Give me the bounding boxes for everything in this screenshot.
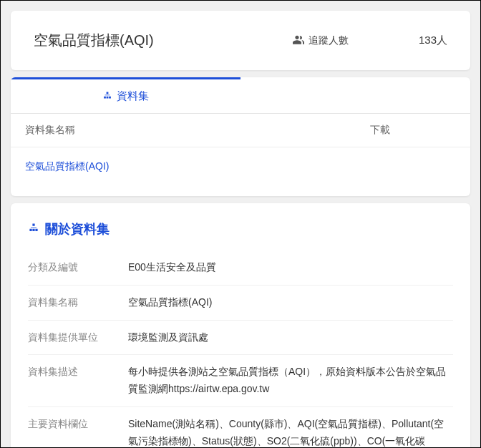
meta-row: 分類及編號 E00生活安全及品質 — [28, 250, 453, 286]
tab-header: 資料集 — [11, 77, 470, 114]
meta-label: 主要資料欄位 — [28, 416, 128, 448]
table-header: 資料集名稱 下載 — [11, 114, 470, 147]
meta-label: 資料集名稱 — [28, 294, 128, 311]
about-title: 關於資料集 — [45, 220, 110, 238]
people-icon — [293, 34, 304, 47]
meta-row: 資料集描述 每小時提供各測站之空氣品質指標（AQI），原始資料版本公告於空氣品質… — [28, 355, 453, 407]
meta-label: 資料集提供單位 — [28, 329, 128, 346]
sitemap-icon — [102, 90, 112, 102]
meta-value: 環境監測及資訊處 — [128, 329, 453, 346]
meta-row: 資料集提供單位 環境監測及資訊處 — [28, 321, 453, 356]
followers-block: 追蹤人數 133人 — [293, 34, 447, 47]
meta-label: 分類及編號 — [28, 259, 128, 276]
meta-label: 資料集描述 — [28, 364, 128, 398]
col-name-header: 資料集名稱 — [25, 124, 370, 137]
page-title: 空氣品質指標(AQI) — [34, 31, 154, 50]
meta-row: 資料集名稱 空氣品質指標(AQI) — [28, 286, 453, 321]
meta-value: SiteName(測站名稱)、County(縣市)、AQI(空氣品質指標)、Po… — [128, 416, 453, 448]
dataset-card: 資料集 資料集名稱 下載 空氣品質指標(AQI) — [11, 77, 470, 196]
tab-label: 資料集 — [117, 89, 149, 103]
followers-count: 133人 — [419, 34, 447, 47]
meta-value: 每小時提供各測站之空氣品質指標（AQI），原始資料版本公告於空氣品質監測網htt… — [128, 364, 453, 398]
sitemap-icon — [28, 222, 39, 237]
about-card: 關於資料集 分類及編號 E00生活安全及品質 資料集名稱 空氣品質指標(AQI)… — [11, 203, 470, 448]
tab-dataset[interactable]: 資料集 — [11, 77, 240, 113]
dataset-link[interactable]: 空氣品質指標(AQI) — [25, 160, 109, 173]
about-title-wrap: 關於資料集 — [28, 220, 453, 238]
meta-value: 空氣品質指標(AQI) — [128, 294, 453, 311]
col-download-header: 下載 — [370, 124, 456, 137]
meta-row: 主要資料欄位 SiteName(測站名稱)、County(縣市)、AQI(空氣品… — [28, 407, 453, 448]
meta-value: E00生活安全及品質 — [128, 259, 453, 276]
table-row: 空氣品質指標(AQI) — [11, 147, 470, 196]
followers-label: 追蹤人數 — [308, 34, 349, 47]
followers-label-wrap: 追蹤人數 — [293, 34, 349, 47]
header-card: 空氣品質指標(AQI) 追蹤人數 133人 — [11, 11, 470, 70]
